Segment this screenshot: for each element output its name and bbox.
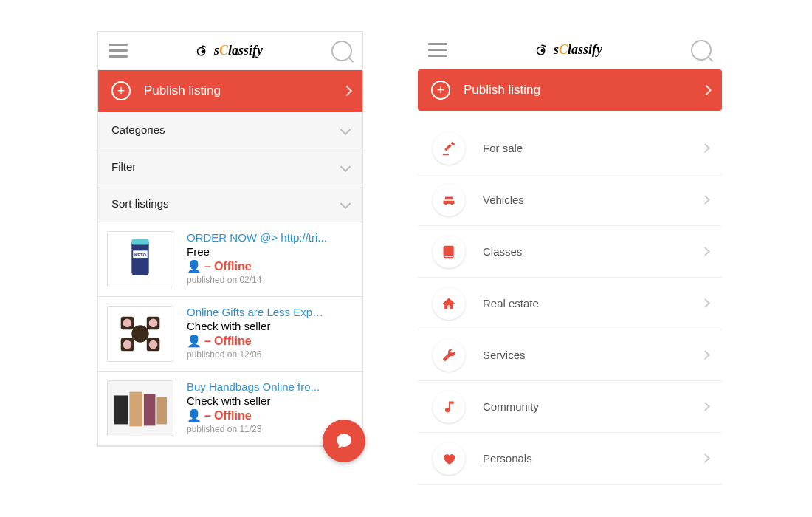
chevron-right-icon [701,143,710,153]
svg-point-16 [149,340,158,349]
svg-rect-20 [144,394,156,426]
logo[interactable]: sClassify [196,43,263,58]
listing-title[interactable]: ORDER NOW @> http://tri... [187,231,327,244]
heart-icon [433,442,465,475]
listing-thumb: KETO [107,231,173,287]
svg-rect-18 [114,395,128,424]
svg-point-15 [123,340,132,349]
listing-price: Check with seller [187,394,320,407]
listing-price: Check with seller [187,320,327,332]
listing-published: published on 11/23 [187,424,320,434]
publish-label: Publish listing [144,83,221,98]
categories-panel: sClassify + Publish listing For saleVehi… [418,31,722,485]
category-label: For sale [483,142,523,154]
logo[interactable]: sClassify [536,42,602,58]
category-services[interactable]: Services [418,329,722,381]
listing-item[interactable]: KETOORDER NOW @> http://tri...Free👤–Offl… [98,222,362,297]
svg-rect-19 [129,392,142,427]
chevron-right-icon [701,85,712,95]
category-for-sale[interactable]: For sale [418,123,722,174]
category-real-estate[interactable]: Real estate [418,278,722,329]
search-icon[interactable] [691,40,712,61]
search-icon[interactable] [331,41,352,61]
menu-icon[interactable] [428,43,447,57]
listing-title[interactable]: Online Gifts are Less Expe... [187,306,327,318]
publish-button[interactable]: + Publish listing [418,69,722,111]
listing-published: published on 02/14 [187,275,327,285]
listing-price: Free [187,245,327,258]
publish-label: Publish listing [464,83,540,97]
category-label: Classes [483,245,522,258]
user-icon: 👤 [187,260,202,273]
listing-status: 👤–Offline [187,408,320,422]
music-icon [433,391,465,423]
gavel-icon [433,132,465,165]
listing-thumb [107,380,173,436]
car-icon [433,184,465,216]
home-icon [433,287,465,320]
chevron-right-icon [701,350,710,360]
topbar: sClassify [418,31,722,69]
listing-thumb [107,306,173,362]
listing-published: published on 12/06 [187,349,327,360]
categories-section[interactable]: Categories [98,112,362,148]
category-label: Real estate [483,297,539,309]
category-community[interactable]: Community [418,381,722,433]
chevron-right-icon [701,453,710,463]
chevron-right-icon [701,247,710,256]
sort-section[interactable]: Sort listings [98,185,362,222]
user-icon: 👤 [187,409,202,422]
chevron-down-icon [340,198,351,208]
svg-point-14 [149,319,158,328]
svg-rect-21 [156,397,167,424]
chevron-right-icon [701,402,710,411]
category-personals[interactable]: Personals [418,433,722,485]
topbar: sClassify [98,32,362,70]
book-icon [433,236,465,268]
category-label: Personals [483,452,532,465]
wrench-icon [433,339,465,372]
category-label: Community [483,400,539,413]
category-classes[interactable]: Classes [418,226,722,278]
listing-status: 👤–Offline [187,334,327,348]
svg-point-8 [131,325,148,342]
svg-text:KETO: KETO [134,253,147,257]
filter-section[interactable]: Filter [98,148,362,185]
category-vehicles[interactable]: Vehicles [418,174,722,226]
plus-icon: + [111,81,131,100]
category-label: Vehicles [483,194,524,206]
chat-fab[interactable] [323,420,365,462]
chevron-right-icon [342,86,352,96]
listing-status: 👤–Offline [187,259,327,273]
chevron-down-icon [340,161,351,171]
svg-point-23 [541,49,544,52]
listing-item[interactable]: Online Gifts are Less Expe...Check with … [98,297,362,372]
category-label: Services [483,349,526,361]
chevron-down-icon [340,124,351,134]
menu-icon[interactable] [109,44,128,58]
chevron-right-icon [701,195,710,205]
listing-title[interactable]: Buy Handbags Online fro... [187,380,320,393]
publish-button[interactable]: + Publish listing [98,70,362,112]
svg-rect-4 [131,239,148,245]
chevron-right-icon [701,298,710,308]
svg-point-13 [123,319,132,328]
user-icon: 👤 [187,335,202,347]
listings-panel: sClassify + Publish listing Categories F… [97,31,363,447]
plus-icon: + [431,81,450,100]
svg-point-1 [202,49,204,52]
